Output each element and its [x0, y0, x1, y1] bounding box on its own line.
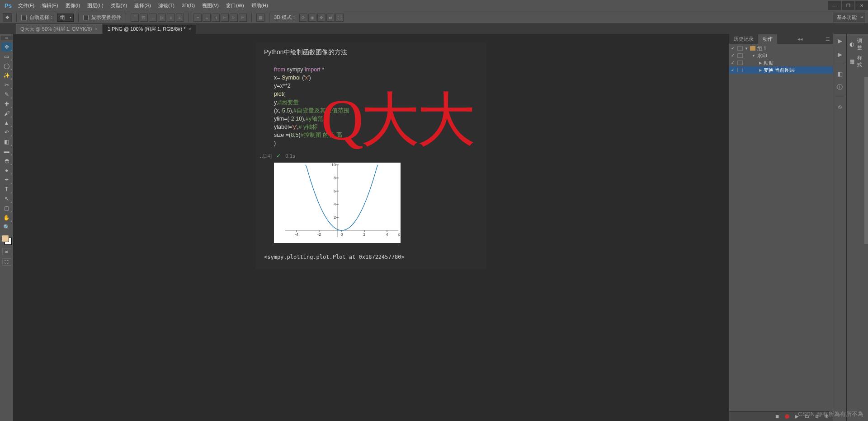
action-row[interactable]: ✓▼水印 — [729, 52, 833, 59]
gradient-tool[interactable]: ▬ — [1, 147, 12, 156]
align-top-icon[interactable]: ⎴ — [131, 14, 139, 22]
align-bottom-icon[interactable]: ⎵ — [149, 14, 157, 22]
ps-logo: Ps — [2, 0, 14, 11]
show-transform-checkbox[interactable] — [83, 15, 89, 20]
panel-tab[interactable]: 动作 — [758, 34, 777, 44]
menu-帮助(H)[interactable]: 帮助(H) — [248, 0, 272, 11]
svg-text:2: 2 — [363, 232, 365, 237]
cell-output-row: [14] ✓ 0.1s — [256, 151, 486, 161]
align-right-icon[interactable]: ≡| — [176, 14, 184, 22]
hand-tool[interactable]: ✋ — [1, 213, 12, 222]
scale-icon[interactable]: ⛶ — [335, 14, 344, 22]
menu-3D(D)[interactable]: 3D(D) — [178, 0, 198, 11]
play-strip-icon[interactable]: ▶ — [835, 49, 845, 59]
align-hcenter-icon[interactable]: ≡ — [167, 14, 175, 22]
marquee-tool[interactable]: ▭ — [1, 52, 12, 61]
menu-图像(I)[interactable]: 图像(I) — [62, 0, 84, 11]
align-left-icon[interactable]: |≡ — [158, 14, 166, 22]
separator — [251, 13, 252, 22]
brush-tool[interactable]: 🖌 — [1, 109, 12, 118]
menu-编辑(E)[interactable]: 编辑(E) — [38, 0, 62, 11]
panel-tab[interactable]: 历史记录 — [729, 34, 758, 44]
toolbox-toggle[interactable]: ◂▸ — [1, 36, 13, 40]
document-tabs: Q大大 @ 50% (图层 1, CMYK/8)×1.PNG @ 100% (图… — [0, 24, 868, 34]
menubar: 文件(F)编辑(E)图像(I)图层(L)类型(Y)选择(S)滤镜(T)3D(D)… — [14, 0, 272, 11]
distribute-bottom-icon[interactable]: ⫞ — [212, 14, 220, 22]
minimize-button[interactable]: — — [828, 1, 841, 10]
stop-icon[interactable]: ◼ — [774, 413, 780, 420]
menu-类型(Y)[interactable]: 类型(Y) — [107, 0, 131, 11]
svg-text:x: x — [398, 232, 400, 237]
eraser-tool[interactable]: ◧ — [1, 137, 12, 146]
record-icon[interactable] — [784, 413, 790, 420]
color-swatches[interactable] — [2, 235, 12, 245]
tab-close-icon[interactable]: × — [94, 26, 97, 32]
lasso-tool[interactable]: ◯ — [1, 61, 12, 70]
adjustments-tab[interactable]: ◐调整 — [847, 37, 868, 52]
actions-icon[interactable]: ▶ — [835, 36, 845, 46]
tab-close-icon[interactable]: × — [188, 26, 191, 32]
pen-tool[interactable]: ✒ — [1, 175, 12, 184]
panel-collapse-icon[interactable]: ◂◂ — [795, 36, 806, 42]
parabola-chart: -4-2024 246810 x — [274, 163, 401, 243]
vertical-scrollbar[interactable] — [864, 77, 868, 244]
blur-tool[interactable]: ◓ — [1, 156, 12, 165]
svg-text:-4: -4 — [295, 232, 298, 237]
distribute-vcenter-icon[interactable]: ⫠ — [203, 14, 211, 22]
history-brush-tool[interactable]: ↶ — [1, 128, 12, 137]
menu-图层(L)[interactable]: 图层(L) — [84, 0, 107, 11]
auto-select-checkbox[interactable] — [21, 15, 27, 20]
zoom-tool[interactable]: 🔍 — [1, 223, 12, 232]
auto-align-icon[interactable]: ▦ — [256, 14, 264, 22]
action-row[interactable]: ✓▶粘贴 — [729, 59, 833, 66]
move-tool-icon[interactable]: ✥ — [3, 13, 12, 22]
quickmask-button[interactable]: ◙ — [2, 248, 11, 255]
eyedropper-tool[interactable]: ✎ — [1, 90, 12, 99]
distribute-left-icon[interactable]: ⊩ — [221, 14, 229, 22]
document-tab[interactable]: Q大大 @ 50% (图层 1, CMYK/8)× — [16, 24, 102, 34]
properties-icon[interactable]: ◧ — [835, 69, 845, 79]
info-icon[interactable]: ⓘ — [835, 82, 845, 92]
dodge-tool[interactable]: ● — [1, 166, 12, 175]
screenmode-button[interactable]: ⛶ — [2, 258, 11, 266]
svg-text:2: 2 — [334, 215, 336, 220]
action-row[interactable]: ✓▶变换 当前图层 — [729, 66, 833, 74]
menu-文件(F)[interactable]: 文件(F) — [14, 0, 38, 11]
distribute-hcenter-icon[interactable]: ⊪ — [230, 14, 238, 22]
distribute-top-icon[interactable]: ⫟ — [193, 14, 202, 22]
type-tool[interactable]: T — [1, 185, 12, 194]
magic-wand-tool[interactable]: ✨ — [1, 71, 12, 80]
path-select-tool[interactable]: ↖ — [1, 194, 12, 203]
canvas-area[interactable]: Python中绘制函数图像的方法 from sympy import *x= S… — [14, 34, 729, 421]
document-tab[interactable]: 1.PNG @ 100% (图层 1, RGB/8#) *× — [103, 24, 196, 34]
svg-text:6: 6 — [334, 189, 336, 193]
foreground-color-swatch[interactable] — [2, 235, 9, 242]
slide-icon[interactable]: ⇄ — [326, 14, 335, 22]
healing-tool[interactable]: ✚ — [1, 99, 12, 108]
crop-tool[interactable]: ✂ — [1, 80, 12, 89]
orbit-icon[interactable]: ⟳ — [299, 14, 307, 22]
shape-tool[interactable]: ▢ — [1, 204, 12, 213]
distribute-right-icon[interactable]: ⊫ — [239, 14, 247, 22]
close-button[interactable]: ✕ — [855, 1, 868, 10]
align-vcenter-icon[interactable]: ⊟ — [140, 14, 148, 22]
move-tool[interactable]: ✥ — [1, 42, 12, 51]
maximize-button[interactable]: ❐ — [842, 1, 854, 10]
action-row[interactable]: ✓▼组 1 — [729, 45, 833, 52]
styles-tab[interactable]: ▦样式 — [847, 54, 868, 69]
separator — [78, 13, 79, 22]
menu-选择(S)[interactable]: 选择(S) — [131, 0, 155, 11]
ellipsis-icon[interactable]: ⋯ — [258, 154, 268, 161]
roll-icon[interactable]: ◉ — [308, 14, 316, 22]
panel-menu-icon[interactable]: ☰ — [823, 36, 833, 42]
workspace-dropdown[interactable]: 基本功能 — [833, 13, 865, 22]
menu-窗口(W)[interactable]: 窗口(W) — [222, 0, 248, 11]
menu-视图(V)[interactable]: 视图(V) — [198, 0, 222, 11]
stamp-tool[interactable]: ▲ — [1, 118, 12, 127]
pan-icon[interactable]: ✥ — [317, 14, 326, 22]
exec-time: 0.1s — [285, 153, 295, 159]
menu-滤镜(T)[interactable]: 滤镜(T) — [155, 0, 178, 11]
group-dropdown[interactable]: 组 — [57, 14, 74, 22]
actions-list[interactable]: ✓▼组 1✓▼水印✓▶粘贴✓▶变换 当前图层 — [729, 44, 833, 411]
adjustments-icon[interactable]: ⎋ — [835, 102, 845, 112]
